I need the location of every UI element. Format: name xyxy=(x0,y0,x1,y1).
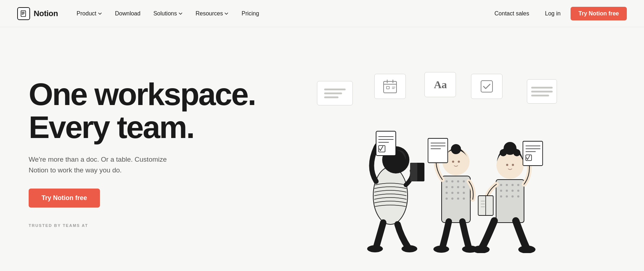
illustration-container: Aa xyxy=(310,52,561,253)
hero-section: One workspace. Every team. We're more th… xyxy=(0,27,644,271)
svg-point-34 xyxy=(451,144,461,154)
log-in-link[interactable]: Log in xyxy=(539,8,567,20)
navbar: Notion Product Download Solutions Resour… xyxy=(0,0,644,27)
svg-point-53 xyxy=(496,152,524,179)
nav-link-solutions[interactable]: Solutions xyxy=(148,8,188,20)
svg-rect-13 xyxy=(410,163,417,181)
nav-link-pricing[interactable]: Pricing xyxy=(236,8,265,20)
svg-point-15 xyxy=(402,245,417,252)
svg-rect-40 xyxy=(496,180,524,223)
svg-point-30 xyxy=(451,198,453,200)
notion-logo-icon xyxy=(17,7,30,20)
nav-links: Product Download Solutions Resources Pri… xyxy=(71,8,265,20)
svg-point-57 xyxy=(506,164,508,166)
svg-rect-37 xyxy=(428,138,448,163)
svg-point-18 xyxy=(451,180,453,182)
svg-point-8 xyxy=(373,167,408,224)
svg-point-26 xyxy=(451,192,453,194)
svg-point-55 xyxy=(500,149,507,156)
logo-text: Notion xyxy=(34,9,58,18)
svg-point-47 xyxy=(511,190,514,192)
hero-illustration: Aa xyxy=(255,49,615,257)
svg-point-45 xyxy=(500,190,502,192)
nav-link-product[interactable]: Product xyxy=(71,8,108,20)
hero-content: One workspace. Every team. We're more th… xyxy=(29,78,255,228)
svg-point-14 xyxy=(367,245,383,252)
try-notion-free-button-nav[interactable]: Try Notion free xyxy=(571,7,627,20)
trusted-label: TRUSTED BY TEAMS AT xyxy=(29,223,255,228)
svg-point-35 xyxy=(452,161,454,163)
svg-point-28 xyxy=(463,192,465,194)
svg-point-23 xyxy=(457,186,459,188)
svg-point-49 xyxy=(500,195,502,198)
svg-point-48 xyxy=(517,190,519,192)
svg-rect-59 xyxy=(523,141,543,166)
chevron-down-icon xyxy=(224,11,229,16)
person-1 xyxy=(367,131,424,252)
svg-point-50 xyxy=(506,195,508,198)
nav-right: Contact sales Log in Try Notion free xyxy=(489,7,627,20)
svg-point-27 xyxy=(457,192,459,194)
svg-point-52 xyxy=(517,195,519,198)
svg-point-46 xyxy=(506,190,508,192)
svg-point-38 xyxy=(433,246,449,253)
svg-point-32 xyxy=(463,198,465,200)
svg-point-63 xyxy=(472,246,490,253)
svg-point-31 xyxy=(457,198,459,200)
chevron-down-icon xyxy=(178,11,183,16)
svg-point-21 xyxy=(446,186,448,188)
svg-point-58 xyxy=(512,164,514,166)
people-illustration xyxy=(321,85,550,253)
svg-point-41 xyxy=(500,184,502,186)
logo-link[interactable]: Notion xyxy=(17,7,58,20)
svg-point-42 xyxy=(506,184,508,186)
nav-link-resources[interactable]: Resources xyxy=(190,8,234,20)
try-notion-free-button-hero[interactable]: Try Notion free xyxy=(29,189,100,208)
svg-point-43 xyxy=(511,184,514,186)
hero-title: One workspace. Every team. xyxy=(29,78,255,144)
svg-point-36 xyxy=(458,161,460,163)
svg-point-17 xyxy=(446,180,448,182)
svg-point-22 xyxy=(451,186,453,188)
nav-left: Notion Product Download Solutions Resour… xyxy=(17,7,265,20)
svg-point-20 xyxy=(463,180,465,182)
svg-point-24 xyxy=(463,186,465,188)
contact-sales-link[interactable]: Contact sales xyxy=(489,8,535,20)
svg-point-56 xyxy=(513,149,520,156)
svg-point-64 xyxy=(518,246,535,253)
person-2 xyxy=(428,138,478,253)
nav-link-download[interactable]: Download xyxy=(109,8,146,20)
svg-point-51 xyxy=(511,195,514,198)
chevron-down-icon xyxy=(98,11,102,16)
svg-point-44 xyxy=(517,184,519,186)
svg-point-19 xyxy=(457,180,459,182)
hero-subtitle: We're more than a doc. Or a table. Custo… xyxy=(29,154,183,176)
svg-point-29 xyxy=(446,198,448,200)
person-3 xyxy=(472,141,543,253)
svg-point-25 xyxy=(446,192,448,194)
